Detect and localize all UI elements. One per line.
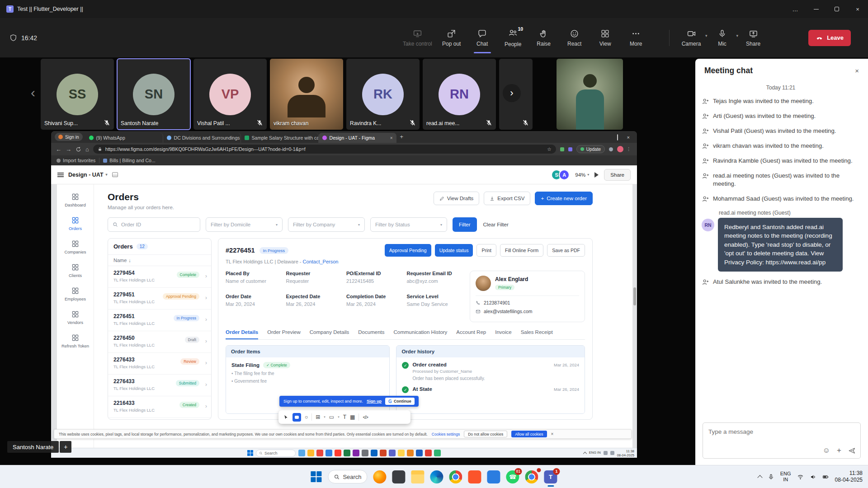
shared-app-icon[interactable] <box>316 450 323 456</box>
url-bar[interactable]: https://www.figma.com/design/9BKQ0FOHRWa… <box>93 145 556 154</box>
browser-tab[interactable]: (9) WhatsApp × <box>85 133 163 143</box>
google-continue-button[interactable]: G Continue <box>385 398 415 405</box>
favorite-bills-item[interactable]: Bills | Billing and Co... <box>103 158 155 163</box>
refresh-icon[interactable] <box>75 146 81 152</box>
shared-app-icon[interactable] <box>407 450 414 456</box>
shared-clock[interactable]: 11:3808-04-2025 <box>617 449 634 457</box>
chat-button[interactable]: Chat <box>468 29 496 47</box>
message-input[interactable]: Type a message ☺ + <box>703 422 861 459</box>
forward-icon[interactable]: → <box>66 146 71 152</box>
language-indicator[interactable]: ENGIN <box>780 471 791 482</box>
extensions-puzzle-icon[interactable] <box>609 147 613 151</box>
mic-dropdown-chevron-icon[interactable]: ▾ <box>736 33 739 38</box>
zoom-level-dropdown[interactable]: 94%▾ <box>575 172 589 178</box>
back-icon[interactable]: ← <box>56 146 61 152</box>
volume-icon[interactable] <box>810 474 816 480</box>
sign-up-link[interactable]: Sign up <box>367 399 382 404</box>
pop-out-button[interactable]: Pop out <box>438 29 466 47</box>
shared-app-icon[interactable] <box>362 450 368 456</box>
wifi-icon[interactable] <box>797 474 804 480</box>
react-button[interactable]: React <box>561 29 589 47</box>
participant-tile-photo[interactable] <box>557 59 623 130</box>
participant-tile[interactable]: vikram chavan <box>270 59 343 130</box>
teams-icon[interactable]: T1 <box>544 470 557 483</box>
browser-menu-icon[interactable]: … <box>627 147 633 152</box>
create-new-order-button[interactable]: + Create new order <box>535 192 593 205</box>
strip-scroll-left-icon[interactable]: ‹ <box>31 85 35 100</box>
shared-app-icon[interactable] <box>307 450 314 456</box>
detail-tab[interactable]: Communication History <box>393 329 447 339</box>
shared-app-icon[interactable] <box>344 450 350 456</box>
order-row[interactable]: 2279451 TL Flex Holdings LLC Approval Pe… <box>108 288 211 310</box>
tab-close-icon[interactable]: × <box>390 136 393 141</box>
shared-app-icon[interactable] <box>371 450 377 456</box>
filter-status-dropdown[interactable]: Filter by Status▾ <box>370 217 447 232</box>
close-icon[interactable]: × <box>847 0 868 18</box>
people-button[interactable]: 10 People <box>499 28 527 47</box>
order-action-button[interactable]: Print <box>476 244 496 257</box>
participant-tile[interactable]: RK Ravindra K... <box>346 59 420 130</box>
browser-update-button[interactable]: Update <box>576 145 605 153</box>
shared-app-icon[interactable] <box>298 450 305 456</box>
detail-tab[interactable]: Company Details <box>310 329 349 339</box>
table-tool-icon[interactable]: ▦ <box>350 414 355 420</box>
attach-icon[interactable]: + <box>837 446 841 455</box>
deny-cookies-button[interactable]: Do not allow cookies <box>464 431 507 437</box>
filter-button[interactable]: Filter <box>453 217 477 232</box>
order-id-search-input[interactable]: Order ID <box>108 217 200 232</box>
participant-tile[interactable]: VP Vishal Patil ... <box>193 59 267 130</box>
sidebar-item[interactable]: Vendors <box>57 306 94 329</box>
send-icon[interactable] <box>848 447 856 455</box>
ellipse-tool-icon[interactable]: ○ <box>305 414 308 420</box>
chrome-notification-icon[interactable] <box>525 470 538 483</box>
maximize-icon[interactable] <box>826 0 847 18</box>
camera-button[interactable]: Camera <box>677 29 705 47</box>
detail-tab[interactable]: Documents <box>358 329 384 339</box>
import-favorites-item[interactable]: Import favorites <box>57 158 95 163</box>
code-tool-icon[interactable]: </> <box>363 415 368 420</box>
contact-person-link[interactable]: Contact_Person <box>303 259 339 264</box>
detail-tab[interactable]: Sales Receipt <box>521 329 553 339</box>
bookmark-star-icon[interactable]: ☆ <box>547 146 552 152</box>
sidebar-item[interactable]: Orders <box>57 212 94 235</box>
clock[interactable]: 11:3808-04-2025 <box>835 470 863 483</box>
battery-icon[interactable] <box>822 474 829 480</box>
hidden-icons-chevron-icon[interactable] <box>583 451 587 455</box>
order-row[interactable]: 2276451 TL Flex Holdings LLC In Progress… <box>108 310 211 331</box>
firefox-icon[interactable] <box>373 470 387 483</box>
minimize-icon[interactable] <box>806 0 826 18</box>
vscode-icon[interactable] <box>487 470 500 483</box>
dark-app-icon[interactable] <box>392 470 406 483</box>
cookies-settings-link[interactable]: Cookies settings <box>432 432 460 436</box>
mic-tray-icon[interactable] <box>768 474 774 480</box>
frame-tool-icon[interactable]: ⊞ <box>316 414 320 420</box>
extension-icon[interactable] <box>560 147 564 151</box>
participant-tile[interactable]: RN read.ai mee... <box>423 59 496 130</box>
text-tool-icon[interactable]: T <box>343 414 346 420</box>
shared-app-icon[interactable] <box>335 450 341 456</box>
sidebar-item[interactable]: Dashboard <box>57 189 94 211</box>
figma-menu-icon[interactable] <box>57 173 64 177</box>
comment-tool-icon[interactable] <box>292 413 301 422</box>
detail-tab[interactable]: Order Preview <box>267 329 301 339</box>
volume-icon[interactable] <box>610 451 614 455</box>
cursor-tool-icon[interactable] <box>283 414 289 420</box>
taskbar-search[interactable]: Search <box>328 470 367 483</box>
order-row[interactable]: 2276450 TL Flex Holdings LLC Draft › <box>108 331 211 353</box>
detail-tab[interactable]: Invoice <box>495 329 511 339</box>
order-action-button[interactable]: Update status <box>435 244 473 257</box>
strip-scroll-right-icon[interactable]: › <box>503 84 521 102</box>
shared-app-icon[interactable] <box>425 450 432 456</box>
start-button[interactable] <box>311 471 322 483</box>
shared-app-icon[interactable] <box>380 450 387 456</box>
sidebar-item[interactable]: Employees <box>57 283 94 305</box>
figma-doc-title[interactable]: Design - UAT▾ <box>68 172 108 178</box>
browser-maximize-icon[interactable] <box>617 135 618 140</box>
order-action-button[interactable]: Approval Pending <box>385 244 431 257</box>
wifi-icon[interactable] <box>604 451 608 455</box>
contact-email[interactable]: alex@vstatefilings.com <box>476 309 579 314</box>
file-explorer-icon[interactable] <box>411 470 425 483</box>
sidebar-item[interactable]: Clients <box>57 259 94 282</box>
home-icon[interactable]: ⌂ <box>85 146 89 152</box>
raise-button[interactable]: Raise <box>530 29 558 47</box>
